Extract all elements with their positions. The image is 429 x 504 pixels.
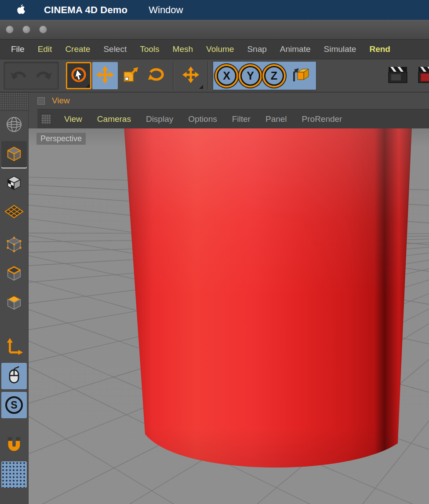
axis-arrows-icon — [5, 337, 23, 357]
view-tab-row: View — [29, 92, 429, 109]
vp-menu-display[interactable]: Display — [138, 114, 181, 124]
vp-menu-prorender[interactable]: ProRender — [294, 114, 350, 124]
menu-simulate[interactable]: Simulate — [317, 44, 363, 54]
rotate-icon — [147, 66, 165, 86]
texture-mode-button[interactable] — [1, 170, 27, 197]
vp-menu-cameras[interactable]: Cameras — [90, 114, 138, 124]
axis-z-button[interactable]: Z — [264, 66, 284, 86]
vp-menu-panel[interactable]: Panel — [258, 114, 294, 124]
app-name[interactable]: CINEMA 4D Demo — [44, 4, 127, 16]
close-button[interactable] — [6, 26, 14, 33]
axis-lock-panel: X Y Z — [213, 61, 316, 90]
vp-menu-options[interactable]: Options — [181, 114, 224, 124]
vp-menu-view[interactable]: View — [57, 114, 90, 124]
undo-redo-group — [4, 62, 59, 90]
edges-mode-button[interactable] — [1, 261, 27, 287]
rotate-tool-button[interactable] — [143, 62, 169, 89]
view-tab-label[interactable]: View — [52, 96, 70, 106]
menu-file[interactable]: File — [4, 44, 31, 54]
left-toolbar: S — [0, 92, 29, 504]
quantize-grid-button[interactable] — [1, 461, 27, 488]
window-title-bar[interactable] — [0, 20, 429, 40]
apple-logo-icon[interactable] — [16, 4, 25, 16]
menubar-item-window[interactable]: Window — [149, 4, 183, 16]
menu-tools[interactable]: Tools — [133, 44, 166, 54]
make-editable-button[interactable] — [1, 112, 27, 139]
workplane-grid-icon — [4, 202, 24, 223]
menu-edit[interactable]: Edit — [31, 44, 59, 54]
main-toolbar: X Y Z — [0, 59, 429, 92]
zoom-button[interactable] — [39, 26, 47, 33]
snap-icon: S — [5, 396, 23, 414]
points-cube-icon — [5, 235, 23, 255]
menu-render[interactable]: Rend — [363, 44, 397, 54]
viewport-menu-bar: View Cameras Display Options Filter Pane… — [37, 109, 429, 128]
mouse-icon — [5, 366, 23, 386]
render-button-group — [385, 62, 429, 89]
viewport-panel: View View Cameras Display Options Filter… — [29, 92, 429, 504]
enable-axis-button[interactable] — [1, 334, 27, 360]
polygons-cube-icon — [5, 293, 23, 313]
cylinder-object[interactable] — [124, 128, 412, 467]
scale-tool-button[interactable] — [118, 62, 143, 89]
menu-select[interactable]: Select — [97, 44, 133, 54]
viewport-scene — [29, 128, 429, 504]
viewport-grip-icon[interactable] — [41, 114, 51, 124]
toolbar-separator — [173, 62, 174, 90]
palette-grip-handle[interactable] — [0, 92, 28, 111]
texture-cube-icon — [5, 173, 23, 194]
scale-icon — [121, 66, 140, 86]
menu-snap[interactable]: Snap — [240, 44, 273, 54]
dropdown-corner-icon — [199, 85, 203, 89]
axis-x-button[interactable]: X — [217, 66, 236, 86]
move-icon — [95, 65, 115, 86]
render-settings-button[interactable] — [415, 62, 429, 89]
edges-cube-icon — [5, 264, 23, 284]
snap-letter: S — [11, 399, 17, 411]
workplane-mode-button[interactable] — [1, 199, 27, 226]
move-axis-lock-button[interactable] — [178, 62, 204, 89]
coordinate-system-icon — [291, 65, 310, 86]
live-selection-button[interactable] — [66, 62, 91, 89]
axis-y-label: Y — [247, 69, 254, 82]
render-settings-icon — [418, 66, 429, 86]
render-view-icon — [388, 66, 408, 86]
snap-toggle-button[interactable]: S — [1, 392, 27, 418]
menu-animate[interactable]: Animate — [273, 44, 317, 54]
app-menu-bar: File Edit Create Select Tools Mesh Volum… — [0, 40, 429, 59]
minimize-button[interactable] — [22, 26, 30, 33]
toolbar-separator — [207, 62, 209, 90]
macos-menu-bar: CINEMA 4D Demo Window — [0, 0, 429, 20]
magnet-icon — [5, 435, 23, 456]
viewport-solo-button[interactable] — [1, 363, 27, 389]
dropdown-corner-icon — [86, 84, 90, 88]
points-mode-button[interactable] — [1, 232, 27, 258]
main-area: S View View Cameras Display O — [0, 92, 429, 504]
vp-menu-filter[interactable]: Filter — [225, 114, 258, 124]
live-selection-icon — [69, 66, 88, 86]
move-axis-icon — [182, 66, 200, 86]
camera-label[interactable]: Perspective — [36, 133, 86, 145]
view-tab-checkbox[interactable] — [37, 97, 45, 105]
axis-z-label: Z — [271, 69, 277, 82]
undo-icon — [10, 68, 27, 84]
axis-y-button[interactable]: Y — [240, 66, 260, 86]
menu-mesh[interactable]: Mesh — [166, 44, 200, 54]
wireframe-sphere-icon — [4, 115, 24, 136]
coordinate-system-button[interactable] — [288, 62, 313, 89]
menu-volume[interactable]: Volume — [200, 44, 240, 54]
polygons-mode-button[interactable] — [1, 290, 27, 316]
menu-create[interactable]: Create — [58, 44, 97, 54]
viewport-canvas[interactable]: Perspective — [29, 128, 429, 504]
redo-button[interactable] — [31, 62, 57, 89]
axis-x-label: X — [223, 69, 230, 82]
redo-icon — [35, 68, 53, 84]
render-view-button[interactable] — [385, 62, 411, 89]
undo-button[interactable] — [6, 62, 31, 89]
move-tool-button[interactable] — [92, 62, 118, 89]
magnet-tool-button[interactable] — [1, 432, 27, 459]
model-cube-icon — [5, 144, 23, 164]
model-mode-button[interactable] — [1, 141, 27, 168]
